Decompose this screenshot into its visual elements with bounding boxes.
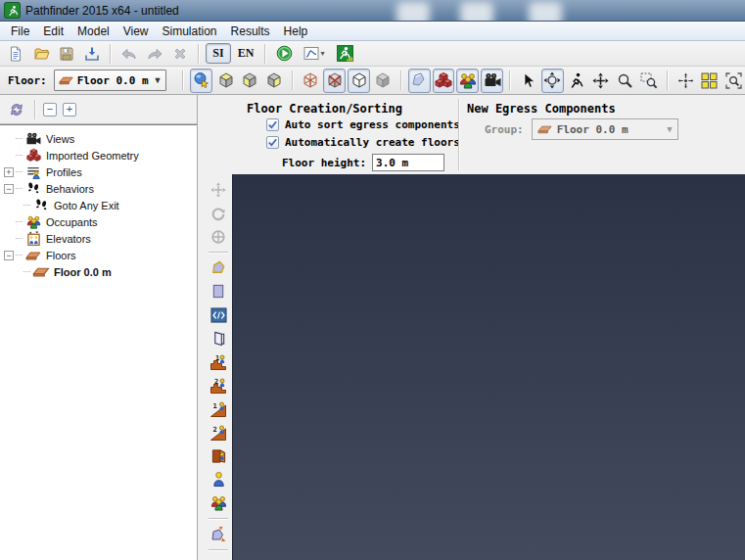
glass-reflection: [396, 2, 430, 22]
polygon-room-tool-button[interactable]: [207, 257, 230, 279]
auto-create-checkbox[interactable]: [266, 136, 279, 149]
rotate-tool-button[interactable]: [207, 202, 230, 224]
pan-tool-button[interactable]: [589, 69, 612, 93]
chevron-down-icon: ▼: [667, 124, 672, 134]
orbit-icon: [543, 71, 561, 89]
en-units-button[interactable]: EN: [233, 43, 258, 64]
auto-sort-label: Auto sort egress components: [285, 118, 460, 131]
outline-mode-button[interactable]: [348, 69, 370, 93]
move-arrows-icon: [210, 182, 226, 198]
door-tool-button[interactable]: [207, 327, 230, 350]
rectangle-room-tool-button[interactable]: [207, 280, 230, 303]
tree-expander-minus[interactable]: −: [4, 184, 14, 194]
add-occupant-group-tool-button[interactable]: [207, 491, 230, 514]
plot-results-button[interactable]: ▾: [298, 43, 331, 65]
cube-top-mode-button[interactable]: [214, 69, 237, 93]
sort-refresh-button[interactable]: [6, 99, 27, 120]
tree-item-elevators[interactable]: Elevators: [0, 230, 197, 247]
show-imported-geometry-button[interactable]: [433, 69, 455, 93]
work-area: 1 2: [205, 174, 745, 560]
separator: [209, 518, 228, 519]
exit-door-tool-button[interactable]: [207, 444, 230, 467]
thin-wall-tool-button[interactable]: [207, 303, 230, 326]
show-transparent-button[interactable]: [408, 69, 431, 93]
tree-label: Behaviors: [46, 183, 94, 195]
menu-model[interactable]: Model: [70, 23, 116, 40]
run-simulation-button[interactable]: [272, 43, 296, 65]
auto-sort-checkbox[interactable]: [266, 118, 279, 131]
profiles-icon: [24, 164, 42, 180]
new-document-button[interactable]: [4, 43, 27, 65]
save-button[interactable]: [55, 43, 78, 65]
show-occupants-button[interactable]: [456, 69, 479, 93]
show-cameras-button[interactable]: [481, 69, 503, 93]
edit-polygon-tool-button[interactable]: [207, 523, 230, 545]
tree-item-imported-geometry[interactable]: Imported Geometry: [0, 147, 197, 163]
separator: [400, 70, 402, 90]
orbit-tool-button[interactable]: [541, 69, 564, 93]
chevron-down-icon: ▾: [320, 49, 324, 58]
ramp-two-point-button[interactable]: 2: [207, 421, 230, 443]
floor-selector-dropdown[interactable]: Floor 0.0 m ▼: [54, 70, 167, 91]
tree-item-profiles[interactable]: + Profiles: [0, 163, 197, 180]
expand-all-button[interactable]: +: [63, 103, 76, 117]
show-3d-results-button[interactable]: [333, 43, 356, 65]
measure-tool-button[interactable]: [207, 554, 230, 560]
bricks-icon: [435, 71, 452, 89]
orbit-object-tool-button[interactable]: [207, 225, 230, 248]
select-navigate-button[interactable]: [190, 69, 212, 93]
group-label: Group:: [485, 123, 524, 136]
tree-item-goto-any-exit[interactable]: Goto Any Exit: [0, 197, 197, 213]
select-tool-button[interactable]: [517, 69, 539, 93]
menu-file[interactable]: File: [4, 23, 36, 40]
hidden-line-mode-button[interactable]: [323, 69, 346, 93]
menu-simulation[interactable]: Simulation: [156, 23, 224, 40]
collapse-all-button[interactable]: −: [43, 103, 57, 117]
zoom-extents-button[interactable]: [722, 69, 745, 93]
redo-button[interactable]: [143, 43, 166, 65]
tree-item-occupants[interactable]: Occupants: [0, 213, 197, 230]
si-units-button[interactable]: SI: [206, 43, 231, 64]
undo-button[interactable]: [117, 43, 141, 65]
walk-tool-button[interactable]: [566, 69, 588, 93]
tree-item-behaviors[interactable]: − Behaviors: [0, 180, 197, 197]
menu-view[interactable]: View: [116, 23, 156, 40]
glass-shard-icon: [410, 71, 428, 89]
polygon-room-icon: [210, 259, 227, 276]
rotate-icon: [210, 206, 226, 221]
zoom-tool-button[interactable]: [614, 69, 636, 93]
stairs-one-point-button[interactable]: 1: [207, 350, 230, 373]
solid-mode-button[interactable]: [372, 69, 395, 93]
tree-item-floors[interactable]: − Floors: [0, 247, 197, 263]
title-bar[interactable]: Pathfinder 2015 x64 - untitled: [0, 0, 745, 22]
zoom-box-tool-button[interactable]: [638, 69, 661, 93]
outline-cube-icon: [350, 71, 368, 89]
import-file-button[interactable]: [80, 43, 104, 65]
undo-arrow-icon: [120, 46, 138, 62]
content-area: − + Views Imported Geometry: [0, 95, 745, 560]
zoom-point-button[interactable]: [675, 69, 697, 93]
move-tool-button[interactable]: [207, 178, 230, 201]
ramp-one-point-button[interactable]: 1: [207, 397, 230, 420]
delete-button[interactable]: [168, 43, 192, 65]
tree-item-views[interactable]: Views: [0, 130, 197, 147]
svg-text:1: 1: [215, 354, 219, 362]
cube-front-mode-button[interactable]: [239, 69, 261, 93]
menu-edit[interactable]: Edit: [36, 23, 70, 40]
tree-item-floor-0[interactable]: Floor 0.0 m: [0, 263, 197, 280]
tree-label: Floors: [46, 250, 76, 261]
floor-height-input[interactable]: [372, 154, 444, 171]
tree-expander-plus[interactable]: +: [4, 167, 14, 177]
stairs-two-point-button[interactable]: 2: [207, 374, 230, 397]
open-model-button[interactable]: [29, 43, 53, 65]
menu-help[interactable]: Help: [277, 23, 315, 40]
wireframe-mode-button[interactable]: [300, 69, 322, 93]
floor-view-button[interactable]: [699, 69, 722, 93]
3d-viewport[interactable]: [232, 174, 745, 560]
tree-expander-minus[interactable]: −: [4, 251, 14, 260]
cube-side-mode-button[interactable]: [263, 69, 286, 93]
group-dropdown[interactable]: Floor 0.0 m ▼: [532, 118, 678, 140]
add-occupant-tool-button[interactable]: [207, 468, 230, 490]
menu-results[interactable]: Results: [224, 23, 277, 40]
ramp-one-icon: 1: [210, 400, 227, 418]
